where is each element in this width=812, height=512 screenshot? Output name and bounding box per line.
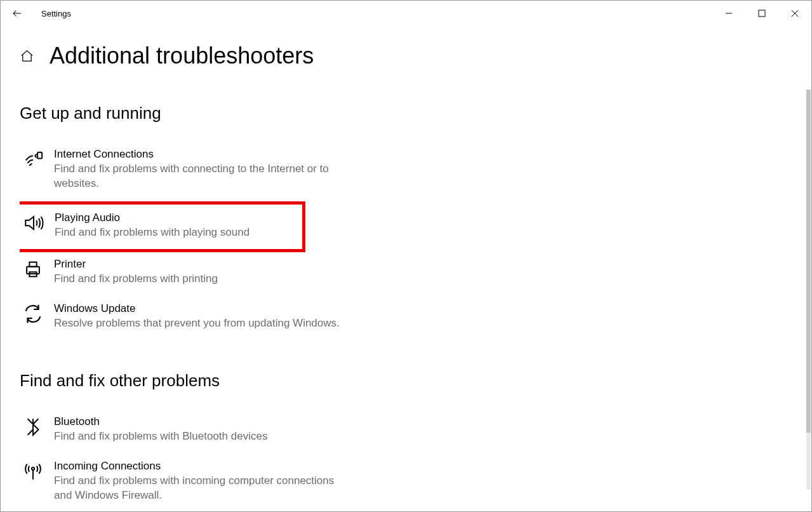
back-button[interactable] (6, 2, 29, 25)
troubleshooter-text: Bluetooth Find and fix problems with Blu… (54, 415, 375, 444)
troubleshooter-incoming-connections[interactable]: Incoming Connections Find and fix proble… (20, 454, 375, 511)
troubleshooter-text: Printer Find and fix problems with print… (54, 257, 375, 286)
wifi-icon (20, 147, 46, 170)
troubleshooter-desc: Find and fix problems with connecting to… (54, 162, 346, 191)
troubleshooter-text: Windows Update Resolve problems that pre… (54, 302, 375, 331)
scrollbar[interactable] (806, 90, 811, 490)
bluetooth-icon (20, 415, 46, 438)
titlebar: Settings (1, 1, 811, 26)
troubleshooter-text: Incoming Connections Find and fix proble… (54, 459, 375, 503)
section-get-up-and-running: Get up and running Internet Connections … (20, 104, 800, 340)
close-icon (791, 10, 799, 17)
troubleshooter-desc: Find and fix problems with Bluetooth dev… (54, 429, 346, 444)
troubleshooter-desc: Find and fix problems with playing sound (55, 226, 298, 240)
minimize-button[interactable] (712, 2, 745, 25)
titlebar-left: Settings (6, 2, 71, 25)
troubleshooter-windows-update[interactable]: Windows Update Resolve problems that pre… (20, 297, 375, 341)
section-title: Get up and running (20, 104, 800, 123)
window-controls (712, 2, 811, 25)
svg-rect-0 (759, 10, 765, 17)
svg-point-5 (32, 468, 34, 470)
antenna-icon (20, 459, 46, 482)
troubleshooter-text: Playing Audio Find and fix problems with… (55, 211, 298, 240)
minimize-icon (725, 10, 733, 17)
maximize-button[interactable] (745, 2, 778, 25)
svg-rect-1 (37, 152, 42, 159)
troubleshooter-title: Windows Update (54, 302, 375, 316)
troubleshooter-desc: Resolve problems that prevent you from u… (54, 316, 346, 331)
close-button[interactable] (778, 2, 811, 25)
content-area: Additional troubleshooters Get up and ru… (20, 43, 800, 511)
troubleshooter-desc: Find and fix problems with incoming comp… (54, 474, 346, 503)
troubleshooter-title: Printer (54, 257, 375, 272)
home-icon (20, 49, 34, 64)
home-button[interactable] (20, 49, 34, 64)
svg-rect-3 (29, 262, 36, 266)
troubleshooter-list: Internet Connections Find and fix proble… (20, 142, 800, 340)
speaker-icon (20, 211, 47, 234)
troubleshooter-bluetooth[interactable]: Bluetooth Find and fix problems with Blu… (20, 410, 375, 454)
troubleshooter-title: Playing Audio (55, 211, 298, 226)
page-title: Additional troubleshooters (50, 43, 314, 69)
troubleshooter-title: Bluetooth (54, 415, 375, 429)
maximize-icon (758, 10, 766, 17)
svg-rect-2 (27, 266, 39, 273)
section-title: Find and fix other problems (20, 371, 800, 391)
troubleshooter-text: Internet Connections Find and fix proble… (54, 147, 375, 191)
page-title-row: Additional troubleshooters (20, 43, 800, 69)
troubleshooter-printer[interactable]: Printer Find and fix problems with print… (20, 252, 375, 297)
troubleshooter-title: Internet Connections (54, 147, 375, 162)
refresh-icon (20, 302, 46, 325)
troubleshooter-internet-connections[interactable]: Internet Connections Find and fix proble… (20, 142, 375, 201)
troubleshooter-title: Incoming Connections (54, 459, 375, 474)
printer-icon (20, 257, 46, 280)
troubleshooter-list: Bluetooth Find and fix problems with Blu… (20, 410, 800, 511)
troubleshooter-desc: Find and fix problems with printing (54, 272, 346, 286)
arrow-left-icon (11, 8, 23, 19)
app-title: Settings (41, 9, 71, 18)
troubleshooter-playing-audio[interactable]: Playing Audio Find and fix problems with… (20, 201, 305, 252)
scrollbar-thumb[interactable] (806, 90, 811, 433)
section-find-and-fix: Find and fix other problems Bluetooth Fi… (20, 371, 800, 511)
